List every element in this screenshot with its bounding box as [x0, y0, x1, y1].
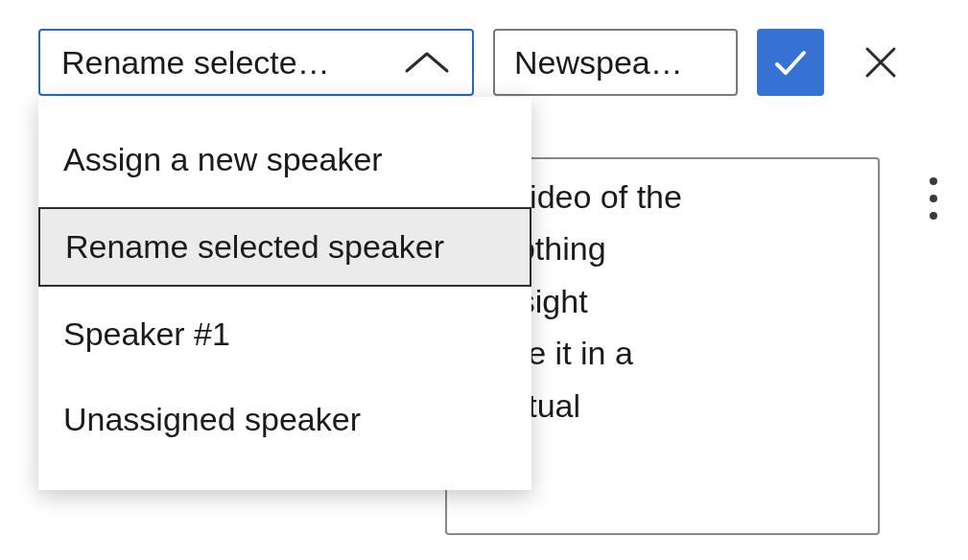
more-options-button[interactable]: [924, 177, 943, 220]
more-icon: [930, 195, 937, 202]
speaker-action-dropdown: Assign a new speaker Rename selected spe…: [38, 97, 531, 490]
dropdown-item-label: Unassigned speaker: [63, 401, 361, 437]
dropdown-item-label: Rename selected speaker: [65, 228, 444, 265]
dropdown-item-rename-selected[interactable]: Rename selected speaker: [38, 207, 531, 287]
confirm-button[interactable]: [757, 29, 824, 96]
dropdown-item-unassigned[interactable]: Unassigned speaker: [38, 382, 531, 457]
dropdown-item-speaker-1[interactable]: Speaker #1: [38, 296, 531, 372]
close-icon: [862, 43, 900, 82]
select-display-text: Rename selecte…: [61, 44, 330, 82]
checkmark-icon: [771, 43, 810, 82]
input-value-text: Newspea…: [514, 44, 683, 82]
speaker-name-input[interactable]: Newspea…: [493, 29, 738, 96]
toolbar: Rename selecte… Newspea…: [0, 0, 968, 96]
dropdown-item-assign-new[interactable]: Assign a new speaker: [38, 122, 531, 198]
dropdown-item-label: Assign a new speaker: [63, 141, 383, 177]
chevron-up-icon: [401, 48, 453, 77]
dropdown-item-label: Speaker #1: [63, 315, 230, 352]
cancel-button[interactable]: [857, 38, 905, 86]
speaker-action-select[interactable]: Rename selecte…: [38, 29, 474, 96]
more-icon: [930, 212, 937, 220]
more-icon: [930, 177, 937, 185]
